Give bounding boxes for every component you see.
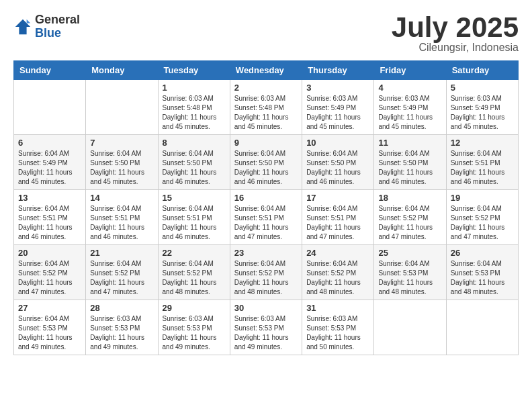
day-info: Sunrise: 6:04 AM Sunset: 5:51 PM Dayligh… xyxy=(18,204,81,242)
day-number: 12 xyxy=(451,138,514,148)
day-info: Sunrise: 6:04 AM Sunset: 5:53 PM Dayligh… xyxy=(378,259,441,297)
calendar-cell: 23Sunrise: 6:04 AM Sunset: 5:52 PM Dayli… xyxy=(230,245,302,300)
day-number: 3 xyxy=(306,83,369,93)
calendar-cell xyxy=(446,300,518,355)
day-number: 31 xyxy=(306,303,369,313)
calendar-cell: 7Sunrise: 6:04 AM Sunset: 5:50 PM Daylig… xyxy=(86,135,158,190)
day-number: 18 xyxy=(378,193,441,203)
day-info: Sunrise: 6:04 AM Sunset: 5:52 PM Dayligh… xyxy=(451,204,514,242)
weekday-header-wednesday: Wednesday xyxy=(230,61,302,80)
calendar-cell: 31Sunrise: 6:03 AM Sunset: 5:53 PM Dayli… xyxy=(302,300,374,355)
calendar-cell: 13Sunrise: 6:04 AM Sunset: 5:51 PM Dayli… xyxy=(14,190,86,245)
title-block: July 2025 Cileungsir, Indonesia xyxy=(392,13,519,54)
calendar-cell xyxy=(374,300,446,355)
day-info: Sunrise: 6:04 AM Sunset: 5:52 PM Dayligh… xyxy=(306,259,369,297)
weekday-header-sunday: Sunday xyxy=(14,61,86,80)
day-number: 11 xyxy=(378,138,441,148)
calendar-cell: 26Sunrise: 6:04 AM Sunset: 5:53 PM Dayli… xyxy=(446,245,518,300)
calendar-cell: 6Sunrise: 6:04 AM Sunset: 5:49 PM Daylig… xyxy=(14,135,86,190)
day-number: 29 xyxy=(163,303,226,313)
calendar-cell: 30Sunrise: 6:03 AM Sunset: 5:53 PM Dayli… xyxy=(230,300,302,355)
calendar-cell: 17Sunrise: 6:04 AM Sunset: 5:51 PM Dayli… xyxy=(302,190,374,245)
day-number: 24 xyxy=(306,248,369,258)
calendar-cell: 8Sunrise: 6:04 AM Sunset: 5:50 PM Daylig… xyxy=(158,135,230,190)
calendar-cell: 27Sunrise: 6:04 AM Sunset: 5:53 PM Dayli… xyxy=(14,300,86,355)
calendar-cell: 28Sunrise: 6:03 AM Sunset: 5:53 PM Dayli… xyxy=(86,300,158,355)
calendar-cell: 11Sunrise: 6:04 AM Sunset: 5:50 PM Dayli… xyxy=(374,135,446,190)
weekday-header-thursday: Thursday xyxy=(302,61,374,80)
day-number: 15 xyxy=(163,193,226,203)
day-info: Sunrise: 6:03 AM Sunset: 5:48 PM Dayligh… xyxy=(163,94,226,132)
calendar-week-row-2: 6Sunrise: 6:04 AM Sunset: 5:49 PM Daylig… xyxy=(14,135,519,190)
day-number: 19 xyxy=(451,193,514,203)
calendar-week-row-1: 1Sunrise: 6:03 AM Sunset: 5:48 PM Daylig… xyxy=(14,80,519,135)
day-number: 22 xyxy=(163,248,226,258)
weekday-header-tuesday: Tuesday xyxy=(158,61,230,80)
day-number: 10 xyxy=(306,138,369,148)
day-info: Sunrise: 6:04 AM Sunset: 5:52 PM Dayligh… xyxy=(18,259,81,297)
logo-blue-text: Blue xyxy=(35,27,80,40)
day-number: 30 xyxy=(234,303,298,313)
calendar-cell: 2Sunrise: 6:03 AM Sunset: 5:48 PM Daylig… xyxy=(230,80,302,135)
day-number: 2 xyxy=(234,83,298,93)
day-number: 4 xyxy=(378,83,441,93)
day-info: Sunrise: 6:04 AM Sunset: 5:52 PM Dayligh… xyxy=(163,259,226,297)
day-info: Sunrise: 6:04 AM Sunset: 5:50 PM Dayligh… xyxy=(306,149,369,187)
day-number: 1 xyxy=(163,83,226,93)
calendar-cell: 24Sunrise: 6:04 AM Sunset: 5:52 PM Dayli… xyxy=(302,245,374,300)
day-info: Sunrise: 6:04 AM Sunset: 5:51 PM Dayligh… xyxy=(163,204,226,242)
day-info: Sunrise: 6:03 AM Sunset: 5:49 PM Dayligh… xyxy=(306,94,369,132)
day-number: 23 xyxy=(234,248,298,258)
calendar-week-row-4: 20Sunrise: 6:04 AM Sunset: 5:52 PM Dayli… xyxy=(14,245,519,300)
calendar-cell: 21Sunrise: 6:04 AM Sunset: 5:52 PM Dayli… xyxy=(86,245,158,300)
logo: General Blue xyxy=(13,13,80,40)
day-number: 27 xyxy=(18,303,81,313)
calendar-cell: 14Sunrise: 6:04 AM Sunset: 5:51 PM Dayli… xyxy=(86,190,158,245)
day-number: 21 xyxy=(90,248,153,258)
day-info: Sunrise: 6:04 AM Sunset: 5:52 PM Dayligh… xyxy=(90,259,153,297)
calendar-cell: 10Sunrise: 6:04 AM Sunset: 5:50 PM Dayli… xyxy=(302,135,374,190)
day-number: 25 xyxy=(378,248,441,258)
day-info: Sunrise: 6:04 AM Sunset: 5:51 PM Dayligh… xyxy=(451,149,514,187)
calendar-cell xyxy=(86,80,158,135)
weekday-header-friday: Friday xyxy=(374,61,446,80)
weekday-header-saturday: Saturday xyxy=(446,61,518,80)
day-number: 5 xyxy=(451,83,514,93)
day-info: Sunrise: 6:04 AM Sunset: 5:50 PM Dayligh… xyxy=(90,149,153,187)
day-info: Sunrise: 6:04 AM Sunset: 5:50 PM Dayligh… xyxy=(163,149,226,187)
day-number: 9 xyxy=(234,138,298,148)
day-info: Sunrise: 6:03 AM Sunset: 5:53 PM Dayligh… xyxy=(163,314,226,352)
day-number: 28 xyxy=(90,303,153,313)
day-info: Sunrise: 6:04 AM Sunset: 5:50 PM Dayligh… xyxy=(234,149,298,187)
logo-icon xyxy=(13,17,32,36)
calendar-cell: 5Sunrise: 6:03 AM Sunset: 5:49 PM Daylig… xyxy=(446,80,518,135)
calendar-table: SundayMondayTuesdayWednesdayThursdayFrid… xyxy=(13,60,519,355)
day-number: 13 xyxy=(18,193,81,203)
calendar-cell: 19Sunrise: 6:04 AM Sunset: 5:52 PM Dayli… xyxy=(446,190,518,245)
day-info: Sunrise: 6:03 AM Sunset: 5:49 PM Dayligh… xyxy=(451,94,514,132)
day-number: 6 xyxy=(18,138,81,148)
calendar-cell: 22Sunrise: 6:04 AM Sunset: 5:52 PM Dayli… xyxy=(158,245,230,300)
day-number: 7 xyxy=(90,138,153,148)
day-info: Sunrise: 6:03 AM Sunset: 5:48 PM Dayligh… xyxy=(234,94,298,132)
logo-general-text: General xyxy=(35,13,80,27)
weekday-header-monday: Monday xyxy=(86,61,158,80)
page-header: General Blue July 2025 Cileungsir, Indon… xyxy=(13,13,519,54)
day-info: Sunrise: 6:03 AM Sunset: 5:53 PM Dayligh… xyxy=(234,314,298,352)
day-info: Sunrise: 6:04 AM Sunset: 5:50 PM Dayligh… xyxy=(378,149,441,187)
day-number: 8 xyxy=(163,138,226,148)
day-number: 26 xyxy=(451,248,514,258)
logo-text: General Blue xyxy=(35,13,80,40)
calendar-cell: 20Sunrise: 6:04 AM Sunset: 5:52 PM Dayli… xyxy=(14,245,86,300)
calendar-cell: 1Sunrise: 6:03 AM Sunset: 5:48 PM Daylig… xyxy=(158,80,230,135)
day-info: Sunrise: 6:04 AM Sunset: 5:52 PM Dayligh… xyxy=(234,259,298,297)
day-number: 14 xyxy=(90,193,153,203)
calendar-week-row-5: 27Sunrise: 6:04 AM Sunset: 5:53 PM Dayli… xyxy=(14,300,519,355)
calendar-cell: 12Sunrise: 6:04 AM Sunset: 5:51 PM Dayli… xyxy=(446,135,518,190)
day-number: 20 xyxy=(18,248,81,258)
day-info: Sunrise: 6:04 AM Sunset: 5:53 PM Dayligh… xyxy=(18,314,81,352)
day-info: Sunrise: 6:03 AM Sunset: 5:53 PM Dayligh… xyxy=(90,314,153,352)
calendar-location: Cileungsir, Indonesia xyxy=(392,42,519,54)
calendar-cell: 16Sunrise: 6:04 AM Sunset: 5:51 PM Dayli… xyxy=(230,190,302,245)
calendar-cell: 15Sunrise: 6:04 AM Sunset: 5:51 PM Dayli… xyxy=(158,190,230,245)
